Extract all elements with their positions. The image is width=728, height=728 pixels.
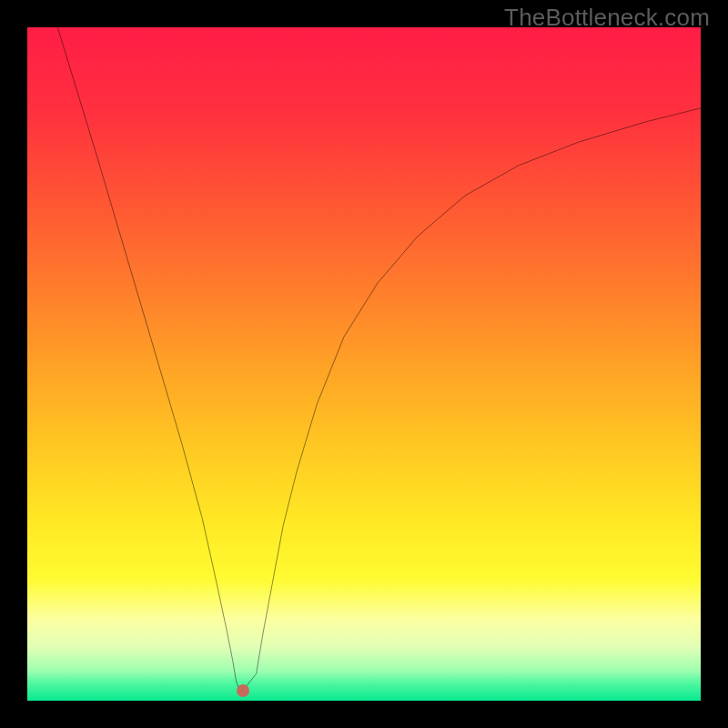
chart-frame: TheBottleneck.com	[0, 0, 728, 728]
watermark-label: TheBottleneck.com	[504, 4, 710, 32]
bottleneck-curve-line	[57, 27, 701, 691]
curve-layer	[27, 27, 701, 701]
optimal-point-marker	[237, 684, 249, 697]
plot-area	[27, 27, 701, 701]
plot-inner	[27, 27, 701, 701]
